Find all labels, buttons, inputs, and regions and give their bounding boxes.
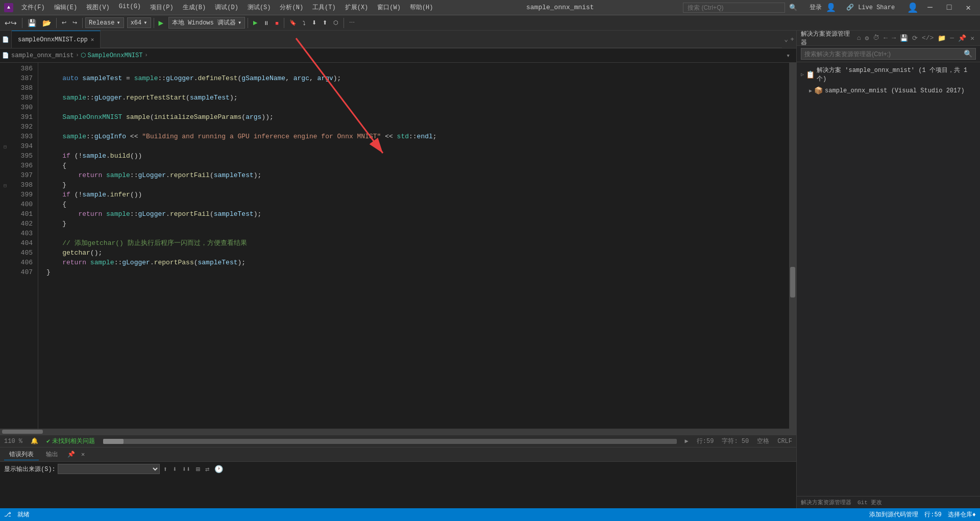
inner-tab-dropdown[interactable]: ▾ — [782, 52, 794, 60]
scrollbar-indicator[interactable] — [103, 439, 676, 444]
menu-test[interactable]: 测试(S) — [243, 2, 275, 13]
git-branch-indicator[interactable]: ⎇ — [4, 511, 11, 518]
toolbar-step-over[interactable]: ⤵ — [300, 19, 308, 27]
scrollbar-indicator-thumb[interactable] — [103, 439, 124, 444]
solution-search-icon[interactable]: 🔍 — [964, 49, 972, 58]
output-icon-4[interactable]: ⊞ — [194, 465, 202, 474]
toolbar-undo-redo[interactable]: ↩↪ — [2, 18, 19, 28]
editor-info-bar: 110 % 🔔 ✔ 未找到相关问题 ▶ 行:59 字符: 50 空格 CRLF — [0, 435, 796, 447]
tab-collapse-icon[interactable]: ⌄ — [784, 35, 788, 43]
solution-root-item[interactable]: ▷ 📋 解决方案 'sample_onnx_mnist' (1 个项目，共 1 … — [797, 64, 980, 85]
inner-tab-class[interactable]: ⬡ SampleOnnxMNIST — [81, 52, 142, 59]
add-source-control[interactable]: 添加到源代码管理 — [869, 510, 918, 519]
panel-tab-errors[interactable]: 错误列表 — [4, 449, 39, 460]
toolbar-stop[interactable]: ■ — [273, 19, 281, 27]
rp-manage-icon[interactable]: ⚙ — [864, 34, 871, 42]
build-configuration-dropdown[interactable]: Release ▾ — [85, 17, 124, 28]
global-search-input[interactable] — [683, 3, 785, 13]
tab-close-cpp[interactable]: ✕ — [91, 36, 94, 43]
menu-debug[interactable]: 调试(D) — [211, 2, 242, 13]
output-source-select[interactable] — [58, 464, 160, 474]
menu-project[interactable]: 项目(P) — [146, 2, 178, 13]
menu-git[interactable]: Git(G) — [115, 2, 145, 13]
rp-pin-icon[interactable]: 📌 — [957, 34, 968, 42]
menu-help[interactable]: 帮助(H) — [406, 2, 437, 13]
toolbar-play[interactable]: ▶ — [251, 18, 260, 27]
tab-sampleonnxmnist-cpp[interactable]: sampleOnnxMNIST.cpp ✕ — [12, 31, 101, 48]
output-source-row: 显示输出来源(S): ⬆ ⬇ ⬇⬇ ⊞ ⇄ 🕐 — [4, 464, 792, 474]
code-content[interactable]: auto sampleTest = sample::gLogger.define… — [38, 63, 789, 429]
login-button[interactable]: 登录 — [810, 3, 822, 12]
footer-git-changes[interactable]: Git 更改 — [857, 499, 882, 506]
toolbar-save-all[interactable]: 💾 — [25, 18, 39, 28]
menu-extensions[interactable]: 扩展(X) — [341, 2, 373, 13]
panel-tab-output[interactable]: 输出 — [41, 449, 63, 460]
menu-edit[interactable]: 编辑(E) — [50, 2, 82, 13]
panel-close-icon[interactable]: ✕ — [79, 450, 87, 459]
rp-forward-icon[interactable]: → — [890, 34, 897, 42]
inner-breadcrumb-sep1: › — [76, 53, 79, 58]
toolbar-redo[interactable]: ↪ — [70, 18, 80, 27]
rp-code-icon[interactable]: </> — [920, 34, 935, 42]
hscrollbar-thumb[interactable] — [2, 430, 43, 434]
menu-file[interactable]: 文件(F) — [17, 2, 49, 13]
output-icon-1[interactable]: ⬆ — [162, 465, 169, 474]
menu-build[interactable]: 生成(B) — [179, 2, 210, 13]
toolbar-pause[interactable]: ⏸ — [261, 19, 272, 27]
rp-filter-icon[interactable]: ⏱ — [871, 34, 881, 42]
account-icon[interactable]: 👤 — [826, 3, 836, 13]
rp-minimize-icon[interactable]: — — [948, 34, 955, 42]
panel-pin-icon[interactable]: 📌 — [65, 450, 77, 459]
menu-view[interactable]: 视图(V) — [82, 2, 114, 13]
toolbar-open[interactable]: 📂 — [40, 18, 54, 28]
rp-refresh-icon[interactable]: ⟳ — [911, 34, 919, 42]
char-label: 字符: 50 — [722, 437, 749, 445]
toolbar-breakpoints[interactable]: ⬡ — [331, 18, 341, 27]
status-ready: 就绪 — [17, 510, 30, 519]
rp-home-icon[interactable]: ⌂ — [855, 34, 863, 42]
editor-area: 📄 sampleOnnxMNIST.cpp ✕ ⌄ + 📄 sample_onn… — [0, 31, 796, 508]
scrollbar-thumb[interactable] — [790, 267, 795, 297]
toolbar-bookmark[interactable]: 🔖 — [287, 18, 299, 27]
rp-close-icon[interactable]: ✕ — [969, 34, 976, 42]
toolbar-step-out[interactable]: ⬆ — [320, 18, 330, 27]
live-share-icon: 🔗 — [846, 4, 854, 11]
menu-window[interactable]: 窗口(W) — [373, 2, 405, 13]
rp-save-icon[interactable]: 💾 — [898, 34, 910, 42]
toolbar: ↩↪ 💾 📂 ↩ ↪ Release ▾ x64 ▾ ▶ 本地 Windows … — [0, 15, 980, 31]
file-icon-inner: 📄 — [2, 52, 9, 59]
vertical-scrollbar[interactable] — [789, 63, 796, 429]
toolbar-step-in[interactable]: ⬇ — [309, 18, 319, 27]
close-button[interactable]: ✕ — [961, 3, 976, 13]
menu-tools[interactable]: 工具(T) — [308, 2, 340, 13]
title-bar-left: ▲ 文件(F) 编辑(E) 视图(V) Git(G) 项目(P) 生成(B) 调… — [4, 2, 437, 13]
debug-target-dropdown[interactable]: 本地 Windows 调试器 ▾ — [168, 17, 245, 29]
project-item[interactable]: ▶ 📦 sample_onnx_mnist (Visual Studio 201… — [797, 85, 980, 96]
status-row-col[interactable]: 行:59 — [924, 510, 942, 519]
gutter: ⊟ ⊟ — [0, 63, 10, 429]
rp-folder-icon[interactable]: 📁 — [936, 34, 947, 42]
output-clock-icon[interactable]: 🕐 — [213, 465, 225, 474]
output-icon-3[interactable]: ⬇⬇ — [181, 465, 192, 474]
status-select-repo[interactable]: 选择仓库♦ — [948, 510, 976, 519]
solution-search-input[interactable] — [804, 51, 964, 58]
horizontal-scrollbar[interactable] — [0, 429, 796, 435]
live-share-label[interactable]: Live Share — [858, 4, 895, 11]
project-expand-icon: ▶ — [809, 88, 812, 94]
output-source-label: 显示输出来源(S): — [4, 465, 56, 474]
tab-expand-icon[interactable]: + — [790, 36, 794, 43]
run-button[interactable]: ▶ — [157, 18, 166, 28]
user-icon[interactable]: 👤 — [907, 2, 918, 13]
output-swap-icon[interactable]: ⇄ — [204, 465, 211, 474]
minimize-button[interactable]: ─ — [922, 3, 938, 12]
menu-analyze[interactable]: 分析(N) — [276, 2, 307, 13]
scroll-right-btn[interactable]: ▶ — [685, 437, 689, 445]
rp-back-icon[interactable]: ← — [882, 34, 889, 42]
platform-dropdown[interactable]: x64 ▾ — [127, 17, 151, 28]
search-icon[interactable]: 🔍 — [789, 4, 797, 12]
maximize-button[interactable]: □ — [942, 3, 957, 12]
output-icon-2[interactable]: ⬇ — [171, 465, 178, 474]
toolbar-more1[interactable]: ⋯ — [347, 18, 357, 27]
toolbar-undo[interactable]: ↩ — [59, 18, 69, 27]
footer-solution-explorer[interactable]: 解决方案资源管理器 — [801, 499, 851, 506]
